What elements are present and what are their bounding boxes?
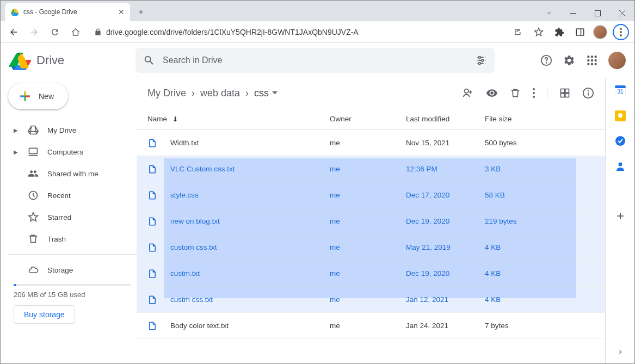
sidebar-computers[interactable]: ▶ Computers bbox=[8, 141, 137, 163]
apps-grid-icon[interactable] bbox=[585, 54, 599, 67]
new-button[interactable]: New bbox=[8, 83, 68, 109]
col-name[interactable]: Name bbox=[147, 115, 330, 123]
svg-point-10 bbox=[482, 59, 484, 61]
crumb-mid[interactable]: web data bbox=[200, 88, 240, 99]
drive-body: New ▶ My Drive ▶ Computers Shared with m… bbox=[1, 78, 634, 363]
col-size[interactable]: File size bbox=[485, 115, 594, 123]
file-name: Body color text.txt bbox=[170, 322, 330, 330]
svg-rect-53 bbox=[151, 275, 154, 275]
crumb-root[interactable]: My Drive bbox=[147, 88, 186, 99]
svg-point-27 bbox=[533, 88, 535, 90]
sidepanel-icon[interactable] bbox=[572, 24, 588, 40]
share-icon[interactable] bbox=[510, 24, 526, 40]
file-row[interactable]: style.cssmeDec 17, 202058 KB bbox=[137, 182, 605, 208]
file-row[interactable]: new on blog.txtmeDec 19, 2020219 bytes bbox=[137, 208, 605, 235]
help-icon[interactable] bbox=[540, 54, 553, 67]
add-app-icon[interactable] bbox=[615, 211, 626, 221]
search-options-icon[interactable] bbox=[475, 54, 487, 66]
file-row[interactable]: custom css.txtmeMay 21, 20194 KB bbox=[137, 235, 605, 261]
keep-app-icon[interactable] bbox=[615, 110, 626, 121]
drive-favicon bbox=[10, 8, 19, 16]
sort-arrow-down-icon bbox=[171, 115, 179, 123]
nav-label: Computers bbox=[47, 148, 83, 156]
document-icon bbox=[147, 217, 170, 226]
sidebar-starred[interactable]: Starred bbox=[8, 206, 137, 228]
file-owner: me bbox=[330, 217, 406, 225]
svg-rect-49 bbox=[151, 248, 154, 248]
tab-bar: css - Google Drive ✕ bbox=[1, 1, 634, 21]
svg-rect-44 bbox=[151, 196, 154, 197]
content-toolbar: My Drive › web data › css bbox=[137, 78, 605, 108]
chevron-right-icon: ▶ bbox=[14, 127, 19, 133]
window-minimize-icon[interactable] bbox=[561, 5, 585, 21]
svg-point-18 bbox=[591, 59, 593, 61]
contacts-app-icon[interactable] bbox=[615, 161, 626, 171]
col-owner[interactable]: Owner bbox=[330, 115, 406, 123]
svg-point-19 bbox=[594, 59, 596, 61]
col-modified[interactable]: Last modified bbox=[406, 115, 485, 123]
sidebar-recent[interactable]: Recent bbox=[8, 184, 137, 206]
svg-rect-1 bbox=[595, 10, 601, 16]
new-tab-button[interactable] bbox=[133, 4, 149, 20]
more-actions-icon[interactable] bbox=[533, 88, 535, 98]
forward-button[interactable] bbox=[27, 24, 42, 40]
sidebar-shared[interactable]: Shared with me bbox=[8, 163, 137, 184]
extensions-icon[interactable] bbox=[552, 24, 567, 40]
product-name: Drive bbox=[36, 53, 64, 67]
file-row[interactable]: VLC Custom css.txtme12:36 PM3 KB bbox=[137, 156, 605, 182]
buy-storage-button[interactable]: Buy storage bbox=[14, 305, 75, 324]
calendar-app-icon[interactable]: 31 bbox=[615, 85, 626, 96]
file-owner: me bbox=[330, 191, 406, 199]
file-modified: Jan 12, 2021 bbox=[406, 295, 485, 304]
file-row[interactable]: Body color text.txtmeJan 24, 20217 bytes bbox=[137, 313, 605, 339]
account-avatar[interactable] bbox=[608, 52, 626, 69]
file-row[interactable]: custm css.txtmeJan 12, 20214 KB bbox=[137, 287, 605, 313]
file-modified: Dec 19, 2020 bbox=[406, 217, 485, 225]
svg-rect-42 bbox=[151, 168, 153, 168]
reload-button[interactable] bbox=[47, 24, 63, 40]
browser-tab[interactable]: css - Google Drive ✕ bbox=[5, 3, 130, 21]
profile-avatar-icon[interactable] bbox=[593, 25, 607, 39]
file-row[interactable]: Width.txtmeNov 15, 2021500 bytes bbox=[137, 130, 605, 156]
browser-menu-button[interactable] bbox=[613, 24, 629, 40]
file-modified: May 21, 2019 bbox=[406, 243, 485, 251]
sidebar-trash[interactable]: Trash bbox=[8, 228, 137, 250]
info-icon[interactable] bbox=[582, 87, 594, 99]
nav-label: My Drive bbox=[47, 126, 76, 134]
settings-gear-icon[interactable] bbox=[563, 54, 576, 67]
share-button-icon[interactable] bbox=[462, 87, 474, 99]
file-row[interactable]: custm.txtmeDec 19, 20204 KB bbox=[137, 261, 605, 287]
file-name: new on blog.txt bbox=[170, 217, 330, 225]
view-grid-icon[interactable] bbox=[559, 88, 570, 98]
back-button[interactable] bbox=[6, 24, 21, 40]
window-close-icon[interactable] bbox=[610, 5, 634, 21]
svg-point-21 bbox=[591, 63, 593, 65]
tab-close-icon[interactable]: ✕ bbox=[118, 8, 125, 16]
collapse-sidepanel-icon[interactable] bbox=[616, 348, 624, 356]
svg-point-29 bbox=[533, 96, 535, 98]
sidebar-my-drive[interactable]: ▶ My Drive bbox=[8, 119, 137, 141]
sidebar-storage[interactable]: Storage bbox=[8, 259, 137, 281]
file-modified: Jan 24, 2021 bbox=[406, 322, 485, 330]
chevron-right-icon: › bbox=[192, 88, 195, 99]
home-button[interactable] bbox=[68, 24, 83, 40]
window-dropdown-icon[interactable] bbox=[537, 5, 561, 21]
svg-rect-45 bbox=[151, 194, 153, 194]
crumb-current[interactable]: css bbox=[254, 88, 278, 99]
document-icon bbox=[147, 164, 170, 174]
preview-icon[interactable] bbox=[486, 87, 498, 99]
svg-point-17 bbox=[587, 59, 589, 61]
svg-rect-54 bbox=[151, 272, 153, 273]
url-field[interactable]: drive.google.com/drive/folders/1ClXuY5QH… bbox=[89, 24, 505, 40]
delete-icon[interactable] bbox=[510, 88, 521, 98]
drive-logo[interactable]: Drive bbox=[9, 51, 130, 70]
bookmark-icon[interactable] bbox=[531, 24, 546, 40]
toolbar-actions bbox=[462, 87, 594, 100]
svg-rect-46 bbox=[151, 221, 154, 222]
search-box[interactable]: Search in Drive bbox=[135, 48, 495, 73]
svg-rect-38 bbox=[151, 144, 154, 145]
svg-text:31: 31 bbox=[617, 89, 624, 95]
tasks-app-icon[interactable] bbox=[615, 135, 626, 146]
window-maximize-icon[interactable] bbox=[585, 5, 610, 21]
main-area: My Drive › web data › css Name bbox=[137, 78, 634, 363]
